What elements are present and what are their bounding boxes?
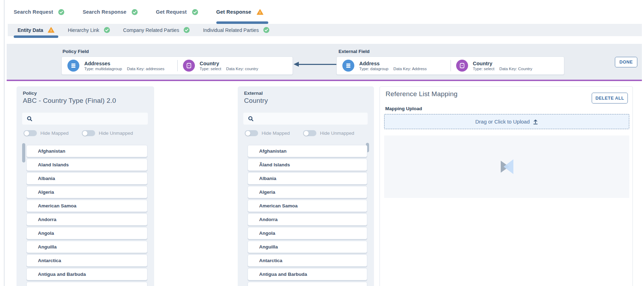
hide-mapped-toggle[interactable] — [24, 130, 37, 136]
active-tab-underline — [14, 35, 58, 38]
external-field-card[interactable]: Address Type: datagroup Data Key: Addres… — [336, 56, 564, 75]
step-tab-get-response[interactable]: Get Response! — [216, 0, 263, 24]
reference-list-mapping-panel: Reference List Mapping DELETE ALL Mappin… — [380, 86, 633, 286]
upload-icon — [533, 119, 538, 125]
external-toggle-row: Hide Mapped Hide Unmapped — [245, 130, 354, 136]
hide-unmapped-toggle[interactable] — [82, 130, 95, 136]
brand-x-watermark-icon — [498, 158, 515, 176]
list-item[interactable]: Algeria — [248, 186, 367, 198]
external-panel-title: Country — [244, 97, 268, 105]
hide-mapped-label: Hide Mapped — [262, 131, 290, 136]
list-item[interactable]: Anguilla — [26, 241, 147, 253]
scrollbar-thumb[interactable] — [22, 143, 25, 162]
delete-all-button[interactable]: DELETE ALL — [592, 93, 628, 104]
external-search-input[interactable] — [257, 113, 368, 125]
field-data-key: Data Key: Address — [393, 67, 427, 71]
policy-panel-kicker: Policy — [23, 91, 37, 96]
step-tab-search-request[interactable]: Search Request — [14, 0, 64, 24]
datagroup-icon — [342, 60, 354, 72]
field-name: Country — [473, 61, 493, 66]
sub-tabs: Entity Data!Hierarchy LinkCompany Relate… — [8, 24, 642, 36]
list-item[interactable]: Ãland Islands — [248, 159, 367, 171]
external-search-box[interactable] — [243, 113, 368, 125]
tab-label: Search Request — [14, 9, 53, 15]
sub-tab-entity-data[interactable]: Entity Data! — [18, 24, 54, 36]
tab-label: Company Related Parties — [123, 27, 179, 33]
policy-field-addresses[interactable]: Addresses Type: multidatagroup Data Key:… — [62, 57, 177, 74]
toggle-knob — [245, 131, 250, 136]
list-item[interactable]: Antarctica — [26, 254, 147, 267]
external-panel-kicker: External — [244, 91, 263, 96]
external-field-country[interactable]: Country Type: select Data Key: Country — [451, 57, 564, 74]
list-item[interactable]: Albania — [248, 172, 367, 185]
upload-dropzone-text: Drag or Click to Upload — [475, 119, 530, 125]
list-item[interactable]: Afghanistan — [26, 145, 147, 157]
field-type: Type: multidatagroup — [84, 67, 122, 71]
sub-tab-individual-related-parties[interactable]: Individual Related Parties — [203, 24, 269, 36]
check-status-icon — [104, 27, 110, 33]
list-item[interactable]: Anguilla — [248, 241, 367, 253]
toggle-knob — [83, 131, 87, 136]
list-item[interactable]: Aland Islands — [26, 159, 147, 171]
sub-tab-hierarchy-link[interactable]: Hierarchy Link — [68, 24, 110, 36]
step-tab-search-response[interactable]: Search Response — [83, 0, 138, 24]
list-item[interactable]: Albania — [26, 172, 147, 185]
mapping-upload-label: Mapping Upload — [385, 106, 422, 111]
tab-label: Hierarchy Link — [68, 27, 99, 33]
check-status-icon — [192, 9, 198, 15]
external-country-list: AfghanistanÃland IslandsAlbaniaAlgeriaAm… — [248, 145, 367, 286]
toggle-knob — [24, 131, 29, 136]
list-item[interactable]: Angola — [248, 227, 367, 239]
upload-dropzone[interactable]: Drag or Click to Upload — [384, 114, 629, 129]
field-data-key: Data Key: addresses — [127, 67, 164, 71]
field-name: Addresses — [84, 61, 110, 66]
check-status-icon — [58, 9, 64, 15]
search-icon — [27, 116, 33, 122]
list-item[interactable]: Antigua and Barbuda — [248, 268, 367, 280]
page-left-border — [4, 0, 5, 286]
policy-search-input[interactable] — [35, 113, 148, 125]
field-divider — [451, 60, 451, 71]
check-status-icon — [184, 27, 190, 33]
field-data-key: Data Key: Country — [499, 67, 532, 71]
policy-search-box[interactable] — [22, 113, 148, 125]
hide-mapped-label: Hide Mapped — [40, 131, 68, 136]
field-type: Type: datagroup — [359, 67, 388, 71]
list-item[interactable]: Angola — [26, 227, 147, 239]
list-item[interactable]: Algeria — [26, 186, 147, 198]
warning-status-icon: ! — [48, 27, 54, 33]
tab-label: Search Response — [83, 9, 126, 15]
list-item[interactable]: Afghanistan — [248, 145, 367, 157]
svg-text:!: ! — [51, 28, 52, 32]
list-item[interactable]: Andorra — [248, 213, 367, 226]
list-item[interactable]: Antarctica — [248, 254, 367, 267]
step-tab-get-request[interactable]: Get Request — [156, 0, 198, 24]
hide-unmapped-toggle[interactable] — [303, 130, 316, 136]
policy-field-country[interactable]: Country Type: select Data Key: country — [177, 57, 293, 74]
list-item[interactable]: American Samoa — [26, 200, 147, 212]
tab-label: Individual Related Parties — [203, 27, 259, 33]
list-item[interactable]: Antigua and Barbuda — [26, 268, 147, 280]
sub-tab-company-related-parties[interactable]: Company Related Parties — [123, 24, 190, 36]
hide-mapped-toggle[interactable] — [245, 130, 258, 136]
step-tab-bar: Search RequestSearch ResponseGet Request… — [14, 0, 263, 24]
list-item[interactable]: Andorra — [26, 213, 147, 226]
warning-status-icon: ! — [257, 9, 263, 15]
policy-country-list: AfghanistanAland IslandsAlbaniaAlgeriaAm… — [26, 145, 147, 286]
external-field-address[interactable]: Address Type: datagroup Data Key: Addres… — [337, 57, 451, 74]
field-type: Type: select — [200, 67, 221, 71]
list-item[interactable]: American Samoa — [248, 200, 367, 212]
svg-text:!: ! — [259, 11, 261, 14]
policy-field-label: Policy Field — [63, 49, 89, 54]
toggle-knob — [304, 131, 309, 136]
check-status-icon — [263, 27, 269, 33]
mapping-arrow-icon — [294, 62, 299, 67]
policy-field-card[interactable]: Addresses Type: multidatagroup Data Key:… — [61, 56, 293, 75]
reference-panel-title: Reference List Mapping — [386, 90, 458, 98]
hide-unmapped-label: Hide Unmapped — [320, 131, 354, 136]
list-item[interactable] — [26, 282, 147, 286]
list-item[interactable] — [248, 282, 367, 286]
check-status-icon — [132, 9, 138, 15]
select-icon — [456, 60, 468, 72]
done-button[interactable]: DONE — [615, 57, 637, 67]
